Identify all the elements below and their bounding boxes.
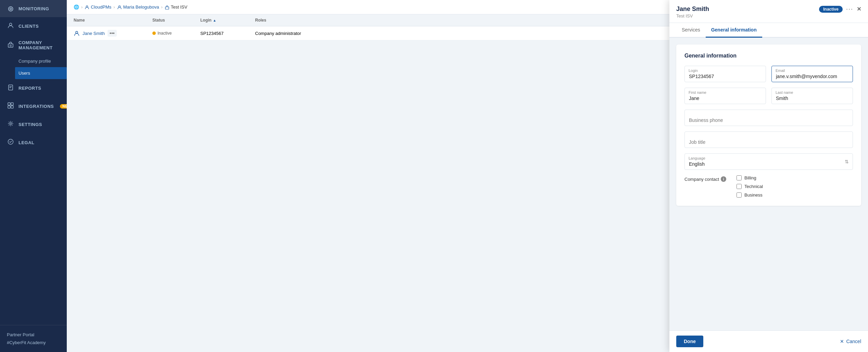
sidebar-item-users[interactable]: Users xyxy=(15,67,67,79)
sidebar-item-settings[interactable]: SETTINGS xyxy=(0,115,67,134)
user-detail-panel: Jane Smith Test ISV Inactive ··· ✕ Servi… xyxy=(669,0,868,352)
svg-point-13 xyxy=(76,32,78,34)
col-login[interactable]: Login ▲ xyxy=(200,18,255,23)
panel-body: General information Login Email First na… xyxy=(669,38,868,330)
general-information-form: General information Login Email First na… xyxy=(676,45,861,206)
sidebar-item-label: REPORTS xyxy=(18,86,41,91)
login-field: Login xyxy=(684,66,766,82)
col-name: Name xyxy=(74,18,152,23)
panel-more-button[interactable]: ··· xyxy=(846,5,853,13)
form-row-names: First name Last name xyxy=(684,88,853,104)
sidebar-item-label: LEGAL xyxy=(18,140,35,145)
breadcrumb-cloudpms[interactable]: CloudPMs xyxy=(85,4,111,10)
cancel-button[interactable]: ✕ Cancel xyxy=(840,339,861,344)
svg-point-8 xyxy=(10,123,12,125)
inactive-badge[interactable]: Inactive xyxy=(819,6,843,13)
form-title: General information xyxy=(684,53,853,59)
company-contact-label: Company contact i xyxy=(684,175,732,182)
status-badge: Inactive xyxy=(152,31,172,36)
business-phone-input[interactable] xyxy=(684,110,853,126)
panel-user-subtitle: Test ISV xyxy=(676,13,709,18)
job-title-field xyxy=(684,131,853,148)
sort-icon: ▲ xyxy=(213,18,216,22)
sidebar-item-label: INTEGRATIONS xyxy=(18,104,54,109)
sidebar: ◎ MONITORING CLIENTS COMPANY MANAGEMENT … xyxy=(0,0,67,352)
billing-checkbox-row[interactable]: Billing xyxy=(737,175,763,180)
svg-rect-1 xyxy=(8,44,13,47)
panel-close-button[interactable]: ✕ xyxy=(857,6,861,12)
breadcrumb-sep-1: › xyxy=(81,4,83,10)
status-dot xyxy=(152,32,156,35)
login-label: Login xyxy=(689,68,698,73)
svg-rect-6 xyxy=(8,106,10,108)
svg-rect-12 xyxy=(165,7,169,9)
technical-checkbox-row[interactable]: Technical xyxy=(737,184,763,189)
sidebar-item-label: CLIENTS xyxy=(18,24,39,29)
panel-header-actions: Inactive ··· ✕ xyxy=(819,5,861,13)
login-cell: SP1234567 xyxy=(200,31,255,36)
technical-label: Technical xyxy=(744,184,763,189)
form-row-phone xyxy=(684,110,853,126)
email-field: Email xyxy=(771,66,853,82)
sidebar-item-label: MONITORING xyxy=(18,6,49,11)
business-phone-field xyxy=(684,110,853,126)
integrations-icon xyxy=(7,102,14,111)
sidebar-item-reports[interactable]: REPORTS xyxy=(0,79,67,97)
panel-tabs: Services General information xyxy=(669,23,868,38)
done-button[interactable]: Done xyxy=(676,336,703,347)
action-menu-button[interactable]: ••• xyxy=(108,30,117,37)
monitoring-icon: ◎ xyxy=(7,5,14,12)
language-select[interactable]: English French German Spanish xyxy=(684,153,853,170)
billing-checkbox[interactable] xyxy=(737,175,742,180)
svg-point-0 xyxy=(10,23,12,26)
company-contact-section: Company contact i Billing Technical Busi… xyxy=(684,175,853,198)
sidebar-submenu: Company profile Users xyxy=(0,55,67,79)
form-row-job-title xyxy=(684,131,853,148)
panel-user-info: Jane Smith Test ISV xyxy=(676,5,709,18)
sidebar-item-clients[interactable]: CLIENTS xyxy=(0,17,67,35)
sidebar-item-legal[interactable]: LEGAL xyxy=(0,134,67,152)
tab-general-information[interactable]: General information xyxy=(706,23,762,38)
partner-portal-link[interactable]: Partner Portal xyxy=(7,331,60,339)
sidebar-item-label: COMPANY MANAGEMENT xyxy=(18,40,60,50)
sidebar-footer: Partner Portal #CyberFit Academy xyxy=(0,325,67,352)
sidebar-item-company-profile[interactable]: Company profile xyxy=(18,55,67,67)
user-name[interactable]: Jane Smith xyxy=(83,31,105,36)
clients-icon xyxy=(7,22,14,30)
business-checkbox-row[interactable]: Business xyxy=(737,192,763,198)
cancel-x-icon: ✕ xyxy=(840,339,844,344)
language-label: Language xyxy=(689,156,705,160)
email-label: Email xyxy=(776,68,785,73)
breadcrumb-maria[interactable]: Maria Belogubova xyxy=(117,4,159,10)
status-cell: Inactive xyxy=(152,31,200,36)
reports-icon xyxy=(7,84,14,92)
breadcrumb-sep-3: › xyxy=(161,4,162,10)
job-title-input[interactable] xyxy=(684,131,853,148)
panel-user-name: Jane Smith xyxy=(676,5,709,13)
last-name-field: Last name xyxy=(771,88,853,104)
sidebar-nav: ◎ MONITORING CLIENTS COMPANY MANAGEMENT … xyxy=(0,0,67,325)
cyberfit-academy-link[interactable]: #CyberFit Academy xyxy=(7,339,60,347)
sidebar-item-monitoring[interactable]: ◎ MONITORING xyxy=(0,0,67,17)
first-name-label: First name xyxy=(689,90,706,95)
info-icon[interactable]: i xyxy=(721,176,726,182)
legal-icon xyxy=(7,138,14,147)
tab-services[interactable]: Services xyxy=(676,23,706,38)
business-checkbox[interactable] xyxy=(737,192,742,198)
settings-icon xyxy=(7,120,14,129)
sidebar-item-integrations[interactable]: INTEGRATIONS NEW xyxy=(0,97,67,115)
technical-checkbox[interactable] xyxy=(737,184,742,189)
form-row-language: Language English French German Spanish ⇅ xyxy=(684,153,853,170)
form-row-login-email: Login Email xyxy=(684,66,853,82)
language-field: Language English French German Spanish ⇅ xyxy=(684,153,853,170)
svg-rect-7 xyxy=(11,106,13,108)
breadcrumb-test-isv[interactable]: Test ISV xyxy=(165,4,187,10)
first-name-field: First name xyxy=(684,88,766,104)
panel-header: Jane Smith Test ISV Inactive ··· ✕ xyxy=(669,0,868,23)
company-management-icon xyxy=(7,41,14,50)
billing-label: Billing xyxy=(744,175,756,180)
breadcrumb-home[interactable]: 🌐 xyxy=(74,4,79,10)
user-avatar-icon xyxy=(74,30,80,36)
sidebar-item-company-management[interactable]: COMPANY MANAGEMENT xyxy=(0,35,67,55)
panel-footer: Done ✕ Cancel xyxy=(669,330,868,352)
